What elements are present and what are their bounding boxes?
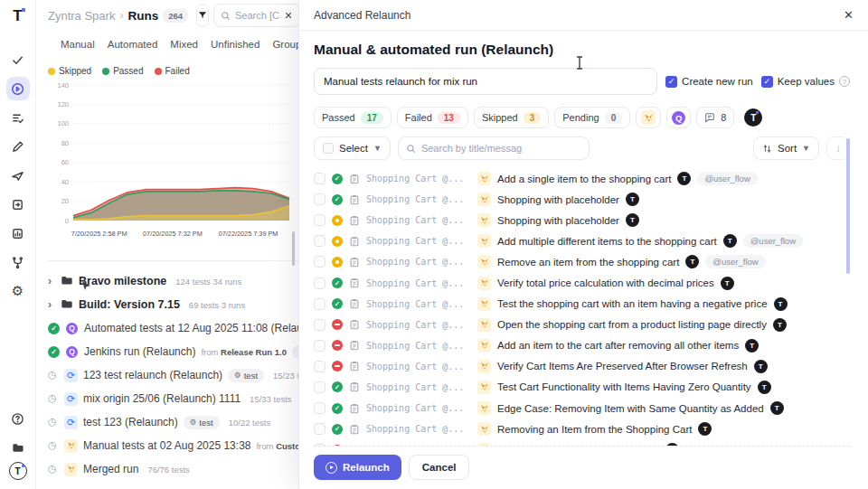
run-row[interactable]: ◷⟳mix origin 25/06 (Relaunch) 111115/33 …	[48, 387, 298, 410]
help-icon[interactable]	[6, 407, 30, 430]
run-row[interactable]: ◷⟳test 123 (Relaunch)⚙test10/22 tests	[48, 410, 298, 434]
assignee-avatar[interactable]: T	[744, 108, 762, 127]
filter-button[interactable]	[196, 4, 209, 27]
passed-status-icon: ✓	[332, 381, 343, 392]
launch-plane-icon[interactable]	[6, 164, 30, 187]
filter-chip-passed[interactable]: Passed17	[314, 107, 392, 128]
test-checkbox[interactable]	[314, 319, 326, 331]
run-name-input[interactable]	[314, 68, 657, 95]
filter-chip-label: Passed	[322, 112, 355, 123]
manual-type-chip[interactable]	[636, 107, 661, 128]
test-checkbox[interactable]	[314, 361, 326, 372]
automated-type-chip[interactable]: Q	[666, 107, 691, 128]
tab-unfinished[interactable]: Unfinished	[211, 39, 259, 50]
test-checkbox[interactable]	[314, 402, 326, 414]
pending-clock-icon: ◷	[48, 393, 59, 404]
test-row[interactable]: ✓Shopping Cart @...Test Cart Functionali…	[314, 377, 850, 398]
test-checkbox[interactable]	[314, 298, 326, 310]
run-row[interactable]: ✓QAutomated tests at 12 Aug 2025 11:08 (…	[48, 316, 298, 340]
reports-icon[interactable]	[6, 221, 30, 245]
test-row[interactable]: Shopping Cart @...Add multiple different…	[314, 230, 850, 251]
clear-search-icon[interactable]	[284, 11, 293, 20]
milestone-row[interactable]: ›Build: Version 7.1569 tests 3 runs	[48, 293, 298, 316]
tab-automated[interactable]: Automated	[108, 39, 158, 50]
test-row[interactable]: Shopping Cart @...Verify Cart Items Are …	[314, 356, 850, 377]
filter-chip-label: Failed	[405, 112, 432, 123]
milestone-row[interactable]: ›Bravo milestone124 tests 34 runs	[48, 269, 298, 293]
test-checkbox[interactable]	[314, 381, 326, 393]
breadcrumb-root[interactable]: Zyntra Spark	[48, 9, 115, 23]
runs-panel: Zyntra Spark › Runs 264 Search [C Manual…	[36, 0, 298, 489]
test-row[interactable]: Shopping Cart @...Test Removing an Item …	[314, 439, 850, 446]
user-avatar[interactable]: T	[9, 462, 27, 480]
select-all-checkbox[interactable]	[323, 143, 334, 154]
app-logo-icon[interactable]: T	[13, 7, 22, 25]
create-new-run-checkbox[interactable]: ✓ Create new run	[665, 76, 753, 88]
run-row[interactable]: ◷Manual tests at 02 Aug 2025 13:38from C…	[48, 434, 298, 457]
test-checkbox[interactable]	[314, 423, 326, 435]
test-row[interactable]: ✓Shopping Cart @...Verify total price ca…	[314, 272, 850, 293]
filter-chip-skipped[interactable]: Skipped3	[474, 107, 549, 128]
run-row[interactable]: ◷⟳123 test relaunch (Relaunch)⚙test15/23…	[48, 363, 298, 387]
list-controls: Select ▼ Search by title/messag Sort ▼ ↓	[314, 136, 850, 160]
test-row[interactable]: Shopping Cart @...Shopping with placehol…	[314, 210, 850, 230]
left-panel-scrollbar[interactable]	[292, 231, 295, 266]
cancel-button[interactable]: Cancel	[409, 455, 470, 480]
test-checkbox[interactable]	[314, 256, 326, 268]
test-row[interactable]: Shopping Cart @...Open the shopping cart…	[314, 315, 850, 335]
tests-search-input[interactable]: Search by title/messag	[398, 136, 590, 160]
failed-status-icon	[332, 319, 343, 330]
sort-button[interactable]: Sort ▼	[753, 136, 819, 160]
check-nav-icon[interactable]	[6, 48, 30, 71]
tab-manual[interactable]: Manual	[61, 39, 95, 50]
help-tooltip-icon[interactable]: ?	[839, 76, 850, 87]
filter-chip-pending[interactable]: Pending0	[554, 107, 630, 128]
comments-chip[interactable]: 8	[696, 107, 734, 128]
test-assignee-avatar: T	[721, 277, 734, 290]
select-dropdown[interactable]: Select ▼	[314, 136, 391, 160]
test-checkbox[interactable]	[314, 340, 326, 352]
test-row[interactable]: Shopping Cart @...Add an item to the car…	[314, 335, 850, 356]
test-checkbox[interactable]	[314, 277, 326, 289]
compose-pencil-icon[interactable]	[6, 135, 30, 158]
tab-mixed[interactable]: Mixed	[170, 39, 198, 50]
folder-icon	[61, 274, 73, 289]
search-placeholder: Search [C	[235, 10, 279, 21]
test-checkbox[interactable]	[314, 193, 326, 205]
test-row[interactable]: Shopping Cart @...Remove an item from th…	[314, 251, 850, 272]
expand-chevron-icon[interactable]: ›	[48, 298, 55, 311]
pending-clock-icon: ◷	[48, 464, 59, 475]
test-row[interactable]: ✓Shopping Cart @...Removing an Item from…	[314, 418, 850, 439]
test-checkbox[interactable]	[314, 235, 326, 247]
keep-values-checkbox[interactable]: ✓ Keep values ?	[761, 76, 850, 88]
test-row[interactable]: ✓Shopping Cart @...Test the shopping car…	[314, 294, 850, 315]
tab-groups[interactable]: Groups	[272, 39, 298, 50]
clipboard-icon	[349, 277, 360, 288]
projects-folder-icon[interactable]	[6, 436, 30, 459]
runs-play-icon[interactable]	[6, 77, 30, 100]
svg-text:100: 100	[57, 119, 69, 127]
run-row[interactable]: ✓QJenkins run (Relaunch)from Release Run…	[48, 340, 298, 363]
global-search-input[interactable]: Search [C	[213, 4, 298, 27]
relaunch-button[interactable]: Relaunch	[314, 455, 401, 480]
test-row[interactable]: ✓Shopping Cart @...Add a single item to …	[314, 168, 850, 189]
test-checkbox[interactable]	[314, 214, 326, 226]
modal-header: Advanced Relaunch ✕	[299, 0, 868, 31]
branch-icon[interactable]	[6, 250, 30, 274]
test-suite-path: Shopping Cart @...	[366, 236, 471, 246]
test-plans-icon[interactable]	[6, 106, 30, 129]
test-row[interactable]: ✓Shopping Cart @...Edge Case: Removing I…	[314, 398, 850, 418]
skipped-status-icon	[332, 257, 343, 268]
test-row[interactable]: ✓Shopping Cart @...Shopping with placeho…	[314, 189, 850, 210]
tests-list-scrollbar[interactable]	[846, 138, 850, 274]
settings-gear-icon[interactable]: ⚙	[6, 279, 30, 303]
svg-text:20: 20	[61, 197, 69, 205]
fox-icon	[480, 362, 489, 371]
close-icon[interactable]: ✕	[844, 8, 854, 22]
manual-test-icon	[477, 255, 491, 268]
import-icon[interactable]	[6, 193, 30, 216]
run-row[interactable]: ◷Merged run76/76 tests	[48, 457, 298, 481]
test-checkbox[interactable]	[314, 173, 326, 184]
filter-chip-failed[interactable]: Failed13	[397, 107, 468, 128]
expand-chevron-icon[interactable]: ›	[48, 275, 55, 287]
